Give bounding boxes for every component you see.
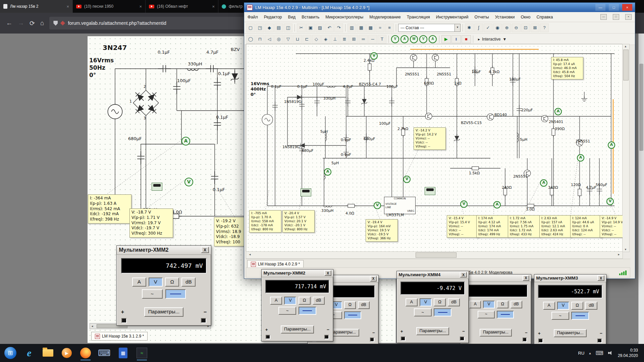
measurement-note[interactable]: I: 174 mAI(p-p): 4.12 uAI(rms): 174 mAI(…	[476, 215, 508, 238]
parameters-button[interactable]: Параметры...	[281, 325, 314, 334]
language-indicator[interactable]: RU	[578, 351, 585, 356]
scroll-right-icon[interactable]: ►	[616, 253, 622, 256]
multimeter-mini-icon[interactable]	[425, 187, 435, 195]
place-ladder-icon[interactable]: ≣	[340, 35, 349, 44]
place-indicator-icon[interactable]: ◈	[321, 35, 330, 44]
menu-5[interactable]: Моделирование	[369, 15, 401, 19]
component-label[interactable]: 1N5819G	[282, 145, 300, 149]
menu-7[interactable]: Инструментарий	[436, 15, 469, 19]
minus-terminal[interactable]	[460, 337, 464, 341]
component-label[interactable]: 560μF	[596, 183, 607, 187]
component-label[interactable]: 680Ω	[424, 81, 434, 85]
mode-button-dB[interactable]: dB	[511, 301, 522, 308]
close-icon[interactable]: X	[460, 272, 467, 278]
analysis-icon[interactable]: ∫	[474, 23, 483, 32]
component-label[interactable]: 100μF	[509, 77, 521, 81]
component-label[interactable]: 1.5kΩ	[469, 171, 480, 175]
back-button[interactable]: ←	[6, 19, 12, 27]
dc-mode-button[interactable]	[299, 307, 316, 315]
browser-tab-1[interactable]: (10) песни 1950×	[73, 0, 146, 13]
probe-a-indicator[interactable]: A	[493, 201, 501, 208]
print-preview-icon[interactable]: ◫	[284, 23, 292, 32]
measurement-note[interactable]: V: -14.9 VV(p-p): 14.9 VV(rms): --V(dc):…	[600, 215, 623, 238]
touch-keyboard-icon[interactable]: ⌨	[596, 350, 603, 356]
volume-icon[interactable]	[608, 351, 613, 355]
clock[interactable]: 0:33 29.04.2020	[618, 348, 638, 358]
home-button[interactable]: ⌂	[40, 19, 44, 27]
browser-tab-2[interactable]: (16) Обвал нефт×	[146, 0, 218, 13]
mode-button-A[interactable]: A	[406, 298, 418, 306]
mode-button-A[interactable]: A	[270, 297, 282, 305]
scroll-left-icon[interactable]: ◄	[90, 325, 95, 328]
capture-icon[interactable]: ◉	[493, 23, 502, 32]
reload-button[interactable]: ⟳	[30, 19, 35, 27]
component-label[interactable]: 3.0Ω	[526, 207, 535, 212]
component-label[interactable]: 1N5819G	[284, 100, 302, 104]
place-cmos-icon[interactable]: ⊏	[303, 35, 311, 44]
component-label[interactable]: 0°	[251, 92, 256, 97]
place-power-icon[interactable]: ⊥	[331, 35, 339, 44]
measurement-note[interactable]: V: -15.4 VV(p-p): 15.4 VV(rms): --V(dc):…	[447, 215, 479, 238]
close-icon[interactable]: X	[597, 275, 604, 281]
mode-button-V[interactable]: V	[557, 302, 569, 310]
component-label[interactable]: 330μH	[323, 96, 335, 101]
menu-9[interactable]: Установки	[495, 15, 515, 19]
menu-8[interactable]: Отчеты	[474, 15, 489, 19]
component-label[interactable]: BD140	[494, 113, 507, 117]
component-label[interactable]: 680μF	[364, 137, 375, 141]
tab-close-icon[interactable]: ×	[212, 4, 215, 9]
canvas-hscrollbar[interactable]: ◄ ►	[246, 251, 623, 259]
mode-button-dB[interactable]: dB	[448, 298, 460, 306]
probe-a-indicator[interactable]: A	[554, 108, 562, 115]
mode-button-dB[interactable]: dB	[313, 297, 325, 305]
tab-close-icon[interactable]: ×	[66, 4, 69, 9]
mode-button-Ω[interactable]: Ω	[299, 297, 311, 305]
place-bus-icon[interactable]: ═	[359, 35, 368, 44]
probe-a-indicator[interactable]: A	[324, 168, 331, 176]
probe-a-icon[interactable]: A	[429, 35, 437, 43]
probe-v-indicator[interactable]: V	[460, 200, 468, 208]
help-icon[interactable]: ?	[540, 23, 549, 32]
place-transistor-icon[interactable]: ◎	[274, 35, 283, 44]
component-label[interactable]: 680μF	[302, 148, 313, 153]
ac-mode-button[interactable]: ~	[414, 308, 432, 316]
mode-button-A[interactable]: A	[543, 302, 555, 310]
measurement-note[interactable]: V: -20.4 VV(p-p): 1.57 VV(rms): 20.1 VV(…	[282, 210, 315, 233]
undo-icon[interactable]: ↶	[325, 23, 334, 32]
component-label[interactable]: 100μF	[313, 82, 324, 86]
measurement-note[interactable]: I: -705 mAI(p-p): 1.70 AI(rms): 558 mAI(…	[249, 210, 281, 233]
probe-v-indicator[interactable]: V	[370, 52, 378, 60]
page-vscrollbar[interactable]	[638, 34, 644, 344]
zoom-in-icon[interactable]: ⊕	[502, 23, 511, 32]
vreg-component[interactable]: COMMON VOLTAGE LINE VREG	[384, 197, 416, 214]
ac-mode-button[interactable]: ~	[551, 312, 569, 320]
wizard-icon[interactable]: ✱	[465, 23, 474, 32]
zoom-out-icon[interactable]: ⊖	[512, 23, 521, 32]
file-explorer-icon[interactable]	[40, 345, 56, 361]
measurement-note[interactable]: V: -14.2 VV(p-p): 14.2 VV(rms): --V(dc):…	[414, 127, 446, 150]
print-icon[interactable]: ▤	[274, 23, 283, 32]
place-source-icon[interactable]: ◯	[246, 35, 255, 44]
component-label[interactable]: 5μH	[331, 161, 339, 165]
postprocessor-icon[interactable]: ≡	[385, 23, 394, 32]
multimeter-window-xmm2[interactable]: Мультиметр-XMM2X717.714 mVAVΩdB~+Парамет…	[261, 269, 333, 342]
new-file-icon[interactable]: ▢	[246, 23, 255, 32]
mode-button-V[interactable]: V	[483, 301, 495, 308]
in-use-list-dropdown[interactable]: --- Состав ---▼	[398, 24, 461, 32]
ac-mode-button[interactable]: ~	[478, 311, 495, 318]
component-label[interactable]: 100μF	[386, 84, 398, 89]
component-label[interactable]: LM337LM	[386, 213, 404, 217]
keyboard-app-icon[interactable]: ⌨	[97, 345, 112, 361]
menu-11[interactable]: Справка	[537, 15, 553, 19]
measurement-note[interactable]: I: 2.63 mAI(p-p): 157 nAI(rms): 12.1 mAI…	[539, 215, 572, 238]
tab-close-icon[interactable]: ×	[139, 4, 142, 9]
component-label[interactable]: 390Ω	[555, 127, 565, 131]
component-label[interactable]: 2N5551	[576, 139, 590, 143]
component-label[interactable]: 2N5401	[549, 120, 563, 124]
mdi-close-button[interactable]: ×	[625, 14, 632, 20]
close-icon[interactable]: X	[324, 270, 331, 276]
browser-tab-0[interactable]: Лм назар 15в 2×	[0, 0, 73, 13]
component-label[interactable]: 4.7μF	[343, 84, 353, 89]
menu-0[interactable]: Файл	[248, 15, 258, 19]
component-label[interactable]: 4.7kΩ	[489, 70, 499, 74]
